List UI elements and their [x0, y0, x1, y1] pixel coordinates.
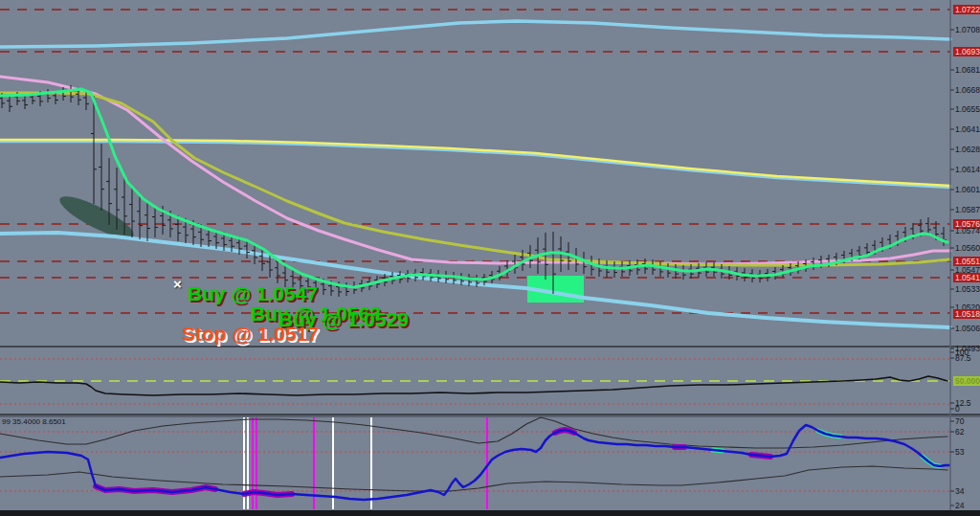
price-label: 34: [955, 486, 964, 496]
price-label-highlighted: 1.07222: [953, 5, 980, 14]
price-label: 1.05065: [955, 324, 980, 333]
price-label: 1.05335: [955, 284, 980, 294]
indicator-values-label: 99 35.4000 8.6501: [2, 417, 66, 426]
price-label: 1.07085: [955, 25, 980, 34]
price-label-highlighted: 50.0000: [953, 376, 980, 386]
price-label: 1.06550: [955, 104, 980, 114]
price-label: 87.5: [955, 353, 971, 363]
price-label: 1.06415: [955, 124, 980, 134]
price-label: 1.06010: [955, 185, 980, 194]
price-label-highlighted: 1.05419: [953, 273, 980, 282]
price-label-highlighted: 1.06938: [953, 47, 980, 56]
trading-chart-window: 1.072221.070851.069381.068151.066801.065…: [0, 0, 980, 516]
price-label: 24: [955, 501, 964, 510]
price-label: 0: [955, 404, 960, 414]
price-label: 1.06145: [955, 165, 980, 174]
price-label-highlighted: 1.05183: [953, 309, 980, 319]
price-label: 1.06680: [955, 85, 980, 95]
stop-annotation[interactable]: Stop @ 1.0517: [182, 323, 319, 346]
price-label: 1.06815: [955, 65, 980, 75]
price-label: 1.05605: [955, 243, 980, 253]
price-label: 70: [955, 416, 964, 426]
price-label: 1.06280: [955, 145, 980, 154]
chart-canvas[interactable]: [0, 0, 980, 516]
price-label: 1.05740: [955, 226, 980, 236]
price-label: 1.05875: [955, 205, 980, 214]
price-label: 53: [955, 447, 964, 457]
cursor-cross-icon[interactable]: ×: [173, 276, 182, 292]
price-label: 62: [955, 427, 964, 437]
